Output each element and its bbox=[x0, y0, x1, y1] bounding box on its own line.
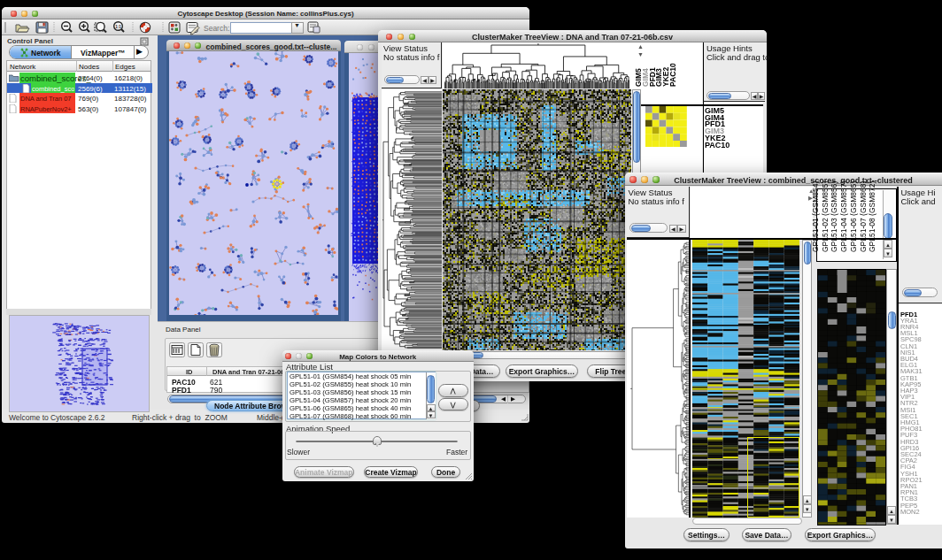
svg-text:1:1: 1:1 bbox=[115, 25, 121, 29]
